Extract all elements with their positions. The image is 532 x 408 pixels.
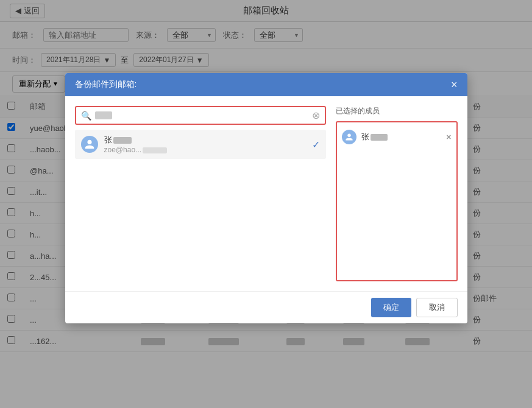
user-info-0: 张 zoe@hao... [104, 135, 306, 154]
search-typed-value [95, 111, 112, 119]
search-box: 🔍 ⊗ [75, 106, 326, 125]
selected-box: 张 × [336, 121, 458, 281]
user-name-0: 张 [104, 135, 306, 146]
search-clear-icon[interactable]: ⊗ [312, 110, 320, 121]
dialog-body: 🔍 ⊗ 张 zoe@hao... ✓ 已选择的成员 [65, 96, 467, 291]
selected-avatar-0 [342, 130, 356, 144]
selected-label: 已选择的成员 [336, 106, 458, 116]
user-list: 张 zoe@hao... ✓ [75, 130, 326, 281]
selected-member-item: 张 × [342, 127, 452, 147]
selected-members-panel: 已选择的成员 张 × [336, 106, 458, 281]
cancel-button[interactable]: 取消 [416, 298, 458, 317]
confirm-button[interactable]: 确定 [371, 298, 411, 317]
dialog-title: 备份邮件到邮箱: [75, 79, 137, 90]
user-selected-check-icon: ✓ [312, 139, 320, 150]
backup-dialog: 备份邮件到邮箱: × 🔍 ⊗ 张 zoe@hao... [65, 73, 467, 323]
user-avatar-0 [81, 136, 98, 153]
user-search-panel: 🔍 ⊗ 张 zoe@hao... ✓ [75, 106, 326, 281]
dialog-close-button[interactable]: × [451, 79, 458, 90]
search-icon: 🔍 [81, 111, 91, 121]
selected-name-0: 张 [361, 132, 442, 142]
user-email-0: zoe@hao... [104, 146, 306, 154]
remove-member-button-0[interactable]: × [446, 132, 451, 142]
user-list-item[interactable]: 张 zoe@hao... ✓ [75, 130, 326, 159]
dialog-header: 备份邮件到邮箱: × [65, 73, 467, 96]
user-search-input[interactable] [116, 111, 308, 120]
dialog-footer: 确定 取消 [65, 291, 467, 323]
